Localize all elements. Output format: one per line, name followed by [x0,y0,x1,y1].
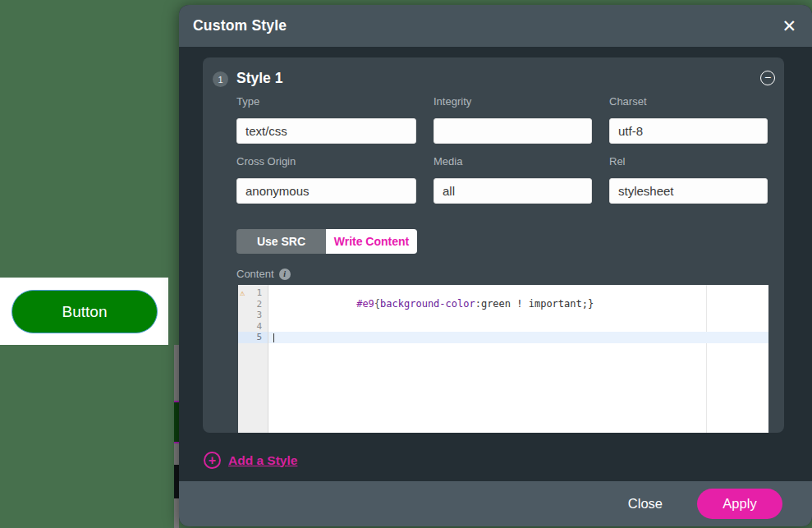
use-src-tab[interactable]: Use SRC [236,229,326,254]
modal-header: Custom Style ✕ [179,5,812,47]
source-mode-toggle: Use SRC Write Content [236,229,417,254]
type-label: Type [236,95,416,108]
type-field[interactable] [236,118,416,144]
text-cursor [273,333,274,342]
write-content-tab[interactable]: Write Content [326,229,417,254]
media-field[interactable] [434,178,592,204]
collapse-icon[interactable]: − [760,71,775,85]
rel-label: Rel [609,155,768,168]
add-style-label: Add a Style [228,453,297,468]
css-property: background-color [380,298,475,310]
active-line-highlight [268,332,768,343]
gutter-line-4: 4 [238,321,268,333]
style-index-badge: 1 [213,71,228,87]
bang: ! [511,298,529,310]
screen: Button Custom Style ✕ 1 Style 1 − Type I… [0,0,812,528]
editor-gutter: ⚠ 1 2 3 4 5 [238,285,268,433]
code-editor[interactable]: ⚠ 1 2 3 4 5 #e9{background-color:green !… [238,285,768,433]
media-label: Media [434,155,592,168]
column-ruler [706,285,707,433]
integrity-label: Integrity [434,95,592,108]
code-area[interactable]: #e9{background-color:green ! important;} [268,285,768,433]
brace-close: ;} [582,298,594,310]
close-icon[interactable]: ✕ [782,17,796,34]
css-selector: #e9 [356,298,374,310]
cross-origin-label: Cross Origin [236,155,416,168]
colon: : [475,298,481,310]
warning-icon: ⚠ [240,287,245,299]
button-preview-strip: Button [0,278,168,345]
style-panel: 1 Style 1 − Type Integrity Charset Cross… [203,57,784,433]
info-icon[interactable]: i [279,269,291,280]
gutter-line-1: ⚠ 1 [238,287,268,299]
preview-button[interactable]: Button [11,290,158,333]
cross-origin-field[interactable] [236,178,416,204]
modal-footer: Close Apply [179,481,812,526]
add-style-link[interactable]: + Add a Style [204,452,297,469]
code-line-1: #e9{background-color:green ! important;} [268,287,768,299]
gutter-line-5: 5 [238,332,268,343]
brace-open: { [374,298,380,310]
rel-field[interactable] [609,178,768,204]
modal-title: Custom Style [193,17,287,34]
plus-icon: + [204,452,221,469]
important-keyword: important [529,298,582,310]
content-label: Content i [236,268,291,280]
css-value: green [481,298,511,310]
charset-label: Charset [609,95,768,108]
style-panel-title: Style 1 [236,70,282,87]
charset-field[interactable] [609,118,768,144]
gutter-line-2: 2 [238,299,268,310]
modal-body: 1 Style 1 − Type Integrity Charset Cross… [179,47,812,481]
custom-style-modal: Custom Style ✕ 1 Style 1 − Type Integrit… [179,5,812,526]
content-label-text: Content [236,268,274,280]
close-button[interactable]: Close [628,496,663,512]
integrity-field[interactable] [434,118,592,144]
gutter-line-3: 3 [238,310,268,321]
apply-button[interactable]: Apply [697,489,782,519]
